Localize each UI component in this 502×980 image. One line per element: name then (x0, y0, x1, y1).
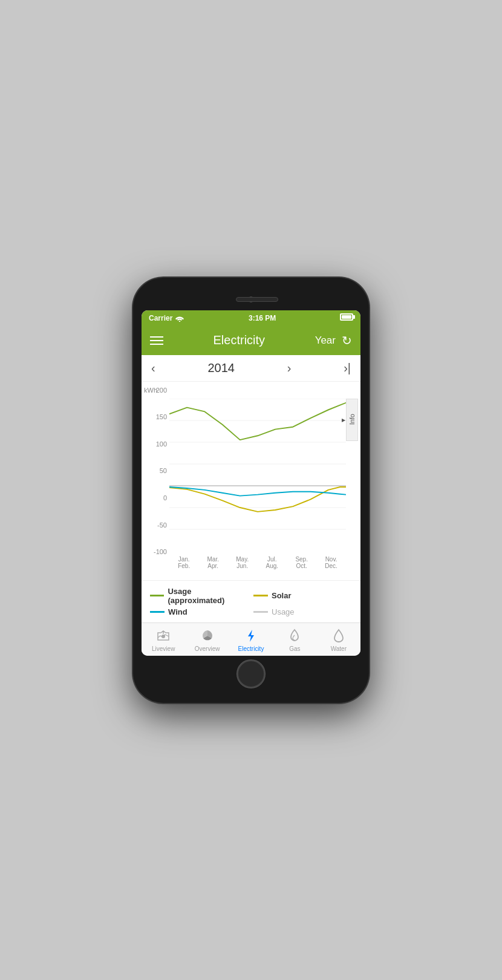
status-time: 3:16 PM (249, 314, 276, 322)
y-label-200: 200 (156, 387, 167, 394)
legend-usage: Usage (253, 607, 352, 616)
year-label: 2014 (207, 361, 235, 375)
chart-area: kWh 200 150 100 50 0 -50 -100 (142, 382, 360, 580)
legend-line-usage-approx (150, 595, 164, 596)
phone-frame: Carrier 3:16 PM Electricity Year (133, 278, 369, 703)
legend-usage-approx: Usage (approximated) (150, 587, 249, 605)
phone-top (142, 289, 360, 310)
x-label-jan-feb: Jan. Feb. (178, 556, 190, 580)
battery-indicator (340, 313, 353, 322)
x-label-nov-dec: Nov. Dec. (325, 556, 337, 580)
nav-title: Electricity (214, 333, 266, 347)
x-label-jul-aug: Jul. Aug. (266, 556, 279, 580)
y-label-n100: -100 (154, 548, 167, 555)
tab-bar: Liveview Overview Electr (142, 622, 360, 656)
y-axis: 200 150 100 50 0 -50 -100 (142, 387, 169, 556)
legend-label-solar: Solar (272, 591, 292, 600)
tab-liveview[interactable]: Liveview (142, 623, 185, 656)
year-button[interactable]: Year (315, 335, 336, 347)
status-left: Carrier (149, 314, 184, 322)
chart-legend: Usage (approximated) Solar Wind Usage (142, 580, 360, 622)
hamburger-menu[interactable] (150, 336, 163, 345)
legend-line-solar (253, 595, 268, 596)
latest-year-button[interactable]: ›| (344, 361, 351, 375)
overview-icon (200, 628, 215, 644)
info-tab-label: Info (348, 414, 356, 425)
line-chart (169, 399, 346, 552)
tab-label-gas: Gas (289, 645, 300, 652)
tab-electricity[interactable]: Electricity (229, 623, 273, 656)
legend-line-wind (150, 611, 165, 613)
info-tab[interactable]: Info ▶ (346, 399, 358, 441)
status-bar: Carrier 3:16 PM (142, 310, 360, 326)
tab-overview[interactable]: Overview (185, 623, 229, 656)
y-label-n50: -50 (157, 521, 167, 529)
y-label-50: 50 (160, 467, 167, 474)
tab-label-liveview: Liveview (152, 645, 175, 652)
electricity-icon (243, 628, 259, 644)
legend-solar: Solar (253, 587, 352, 605)
wifi-icon (175, 315, 184, 322)
next-year-button[interactable]: › (287, 361, 292, 375)
legend-label-usage-approx: Usage (approximated) (168, 587, 249, 605)
tab-water[interactable]: Water (317, 623, 360, 656)
gas-icon (287, 628, 302, 644)
carrier-label: Carrier (149, 314, 172, 322)
nav-bar: Electricity Year ↻ (142, 326, 360, 355)
x-label-may-jun: May. Jun. (236, 556, 249, 580)
year-nav: ‹ 2014 › ›| (142, 355, 360, 382)
tab-gas[interactable]: Gas (273, 623, 316, 656)
y-label-150: 150 (156, 413, 167, 420)
legend-label-wind: Wind (168, 607, 187, 616)
x-label-sep-oct: Sep. Oct. (295, 556, 308, 580)
home-button[interactable] (237, 660, 265, 688)
x-label-mar-apr: Mar. Apr. (207, 556, 218, 580)
legend-line-usage (253, 611, 268, 613)
screen: Carrier 3:16 PM Electricity Year (142, 310, 360, 656)
y-label-0: 0 (163, 494, 167, 501)
phone-bottom (142, 656, 360, 692)
refresh-button[interactable]: ↻ (342, 333, 352, 348)
battery-icon (340, 313, 353, 321)
chart-container: kWh 200 150 100 50 0 -50 -100 (142, 387, 358, 580)
x-axis: Jan. Feb. Mar. Apr. May. Jun. Jul. Aug. (169, 556, 346, 580)
water-icon (331, 628, 347, 644)
tab-label-overview: Overview (195, 645, 220, 652)
legend-wind: Wind (150, 607, 249, 616)
prev-year-button[interactable]: ‹ (151, 361, 155, 375)
liveview-icon (155, 628, 171, 644)
y-label-100: 100 (156, 440, 167, 448)
svg-point-0 (179, 321, 180, 322)
legend-label-usage: Usage (272, 607, 295, 616)
tab-label-electricity: Electricity (238, 645, 264, 652)
speaker (236, 297, 278, 302)
tab-label-water: Water (331, 645, 347, 652)
nav-right: Year ↻ (315, 333, 352, 348)
